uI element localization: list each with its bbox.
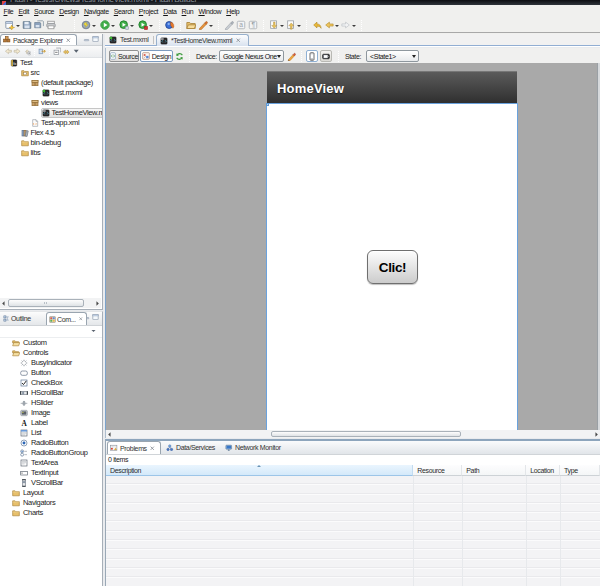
tree-item[interactable]: Test-app.xml bbox=[0, 118, 102, 128]
view-tab[interactable]: Data/Services bbox=[164, 441, 217, 454]
tree-item[interactable]: TextInput bbox=[0, 468, 102, 478]
clic-button[interactable]: Clic! bbox=[367, 250, 418, 284]
view-toolbar-button[interactable] bbox=[13, 47, 23, 56]
tree-item[interactable]: Controls bbox=[0, 348, 102, 358]
toolbar-button[interactable] bbox=[312, 19, 322, 31]
tree-item[interactable]: VScrollBar bbox=[0, 478, 102, 488]
portrait-toggle[interactable] bbox=[306, 50, 318, 62]
tree-item[interactable]: libs bbox=[0, 148, 102, 158]
view-tab[interactable]: Com... bbox=[46, 312, 87, 325]
tree-item[interactable]: Test.mxml bbox=[0, 88, 102, 98]
landscape-toggle[interactable] bbox=[320, 50, 332, 62]
view-tab[interactable]: Network Monitor bbox=[223, 441, 283, 454]
package-explorer-hscrollbar[interactable] bbox=[0, 298, 101, 308]
menu-item[interactable]: Source bbox=[32, 6, 57, 18]
maximize-icon[interactable] bbox=[92, 36, 99, 42]
close-icon[interactable] bbox=[65, 37, 72, 44]
refresh-button[interactable] bbox=[174, 50, 185, 63]
toolbar-button[interactable] bbox=[34, 19, 44, 31]
view-toolbar-button[interactable] bbox=[71, 47, 81, 56]
toolbar-button[interactable] bbox=[198, 19, 213, 31]
design-mode-button[interactable]: Design bbox=[140, 50, 173, 62]
toolbar-button[interactable] bbox=[5, 19, 20, 31]
toolbar-button[interactable]: ¶ bbox=[248, 19, 258, 31]
minimize-icon[interactable] bbox=[83, 36, 90, 42]
tree-item[interactable]: (default package) bbox=[0, 78, 102, 88]
dropdown-arrow-icon[interactable] bbox=[334, 20, 339, 30]
column-header[interactable]: Location bbox=[526, 465, 560, 476]
toolbar-button[interactable] bbox=[22, 19, 32, 31]
tree-item[interactable]: bin-debug bbox=[0, 138, 102, 148]
toolbar-button[interactable] bbox=[46, 19, 56, 31]
toolbar-button[interactable] bbox=[286, 19, 301, 31]
tree-item[interactable]: CheckBox bbox=[0, 378, 102, 388]
column-header[interactable]: Resource bbox=[413, 465, 462, 476]
tree-item[interactable]: views bbox=[0, 98, 102, 108]
canvas-hscrollbar[interactable] bbox=[105, 430, 600, 438]
view-toolbar-button[interactable] bbox=[52, 47, 62, 56]
tree-item[interactable]: RadioButtonGroup bbox=[0, 448, 102, 458]
tree-item[interactable]: Flex 4.5 bbox=[0, 128, 102, 138]
dropdown-arrow-icon[interactable] bbox=[296, 20, 301, 30]
dropdown-arrow-icon[interactable] bbox=[208, 20, 213, 30]
close-icon[interactable] bbox=[149, 445, 156, 452]
view-toolbar-button[interactable] bbox=[62, 47, 72, 56]
close-icon[interactable] bbox=[78, 316, 84, 322]
tree-item[interactable]: TestHomeView.m bbox=[0, 108, 102, 118]
view-tab[interactable]: Problems bbox=[107, 441, 161, 454]
selection-handle[interactable] bbox=[266, 103, 269, 106]
tree-item[interactable]: HSlider bbox=[0, 398, 102, 408]
dropdown-arrow-icon[interactable] bbox=[279, 20, 284, 30]
toolbar-button[interactable] bbox=[165, 19, 175, 31]
menu-item[interactable]: Edit bbox=[16, 6, 32, 18]
tree-item[interactable]: HScrollBar bbox=[0, 388, 102, 398]
toolbar-button[interactable] bbox=[269, 19, 284, 31]
tree-item[interactable]: A Label bbox=[0, 418, 102, 428]
toolbar-button[interactable] bbox=[224, 19, 234, 31]
menu-item[interactable]: File bbox=[1, 6, 16, 18]
editor-tab[interactable]: Test.mxml bbox=[106, 34, 151, 45]
scroll-left-icon[interactable] bbox=[106, 430, 113, 438]
state-select[interactable]: <State1> bbox=[366, 50, 419, 62]
view-toolbar-button[interactable] bbox=[3, 47, 13, 56]
scroll-right-icon[interactable] bbox=[593, 430, 600, 438]
menu-item[interactable]: Project bbox=[136, 6, 160, 18]
menu-item[interactable]: Run bbox=[179, 6, 196, 18]
source-mode-button[interactable]: Source bbox=[109, 50, 139, 62]
toolbar-button[interactable] bbox=[138, 19, 153, 31]
menu-item[interactable]: Navigate bbox=[81, 6, 111, 18]
view-menu-icon[interactable] bbox=[90, 328, 97, 334]
tab-package-explorer[interactable]: Package Explorer bbox=[0, 34, 77, 45]
scrollbar-thumb[interactable] bbox=[271, 431, 461, 437]
column-header[interactable]: Description bbox=[106, 465, 413, 476]
dropdown-arrow-icon[interactable] bbox=[129, 20, 134, 30]
tree-item[interactable]: Navigators bbox=[0, 498, 102, 508]
toolbar-button[interactable]: a bbox=[236, 19, 246, 31]
tree-item[interactable]: List bbox=[0, 428, 102, 438]
menu-item[interactable]: Help bbox=[224, 6, 242, 18]
phone-screen[interactable]: Clic! bbox=[267, 104, 517, 430]
column-header[interactable]: Path bbox=[462, 465, 526, 476]
scroll-left-icon[interactable] bbox=[0, 298, 7, 308]
menu-item[interactable]: Design bbox=[57, 6, 82, 18]
tree-item[interactable]: Custom bbox=[0, 338, 102, 348]
tree-item[interactable]: Layout bbox=[0, 488, 102, 498]
editor-tab[interactable]: *TestHomeView.mxml bbox=[156, 34, 249, 46]
design-canvas[interactable]: HomeView Clic! bbox=[105, 63, 600, 430]
tree-item[interactable]: Button bbox=[0, 368, 102, 378]
dropdown-arrow-icon[interactable] bbox=[110, 20, 115, 30]
menu-item[interactable]: Search bbox=[111, 6, 136, 18]
tree-item[interactable]: Charts bbox=[0, 508, 102, 518]
tree-item[interactable]: src bbox=[0, 68, 102, 78]
maximize-icon[interactable] bbox=[92, 314, 99, 320]
scroll-right-icon[interactable] bbox=[94, 298, 101, 308]
tree-item[interactable]: Image bbox=[0, 408, 102, 418]
scrollbar-thumb[interactable] bbox=[8, 299, 84, 307]
tree-item[interactable]: RadioButton bbox=[0, 438, 102, 448]
dropdown-arrow-icon[interactable] bbox=[15, 20, 20, 30]
menu-item[interactable]: Window bbox=[196, 6, 224, 18]
column-header[interactable]: Type bbox=[560, 465, 600, 476]
dropdown-arrow-icon[interactable] bbox=[351, 20, 356, 30]
toolbar-button[interactable] bbox=[81, 19, 96, 31]
tree-item[interactable]: BusyIndicator bbox=[0, 358, 102, 368]
